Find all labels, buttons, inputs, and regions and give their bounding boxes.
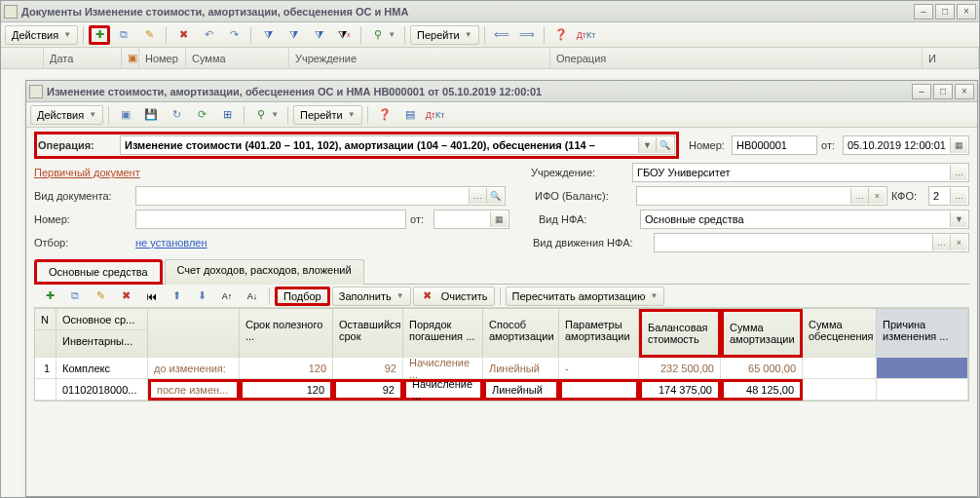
form-button[interactable]: ▤ bbox=[398, 105, 422, 125]
gh-method[interactable]: Способ амортизации bbox=[483, 309, 558, 352]
col-sum[interactable]: Сумма bbox=[186, 48, 289, 68]
selection-link[interactable]: не установлен bbox=[135, 237, 529, 249]
row-down-button[interactable]: ⬇ bbox=[190, 287, 213, 306]
col-org[interactable]: Учреждение bbox=[289, 48, 550, 68]
gh-n[interactable]: N bbox=[35, 309, 56, 330]
number-input[interactable]: НВ000001 bbox=[732, 135, 817, 155]
col-number[interactable]: Номер bbox=[139, 48, 186, 68]
nfa-type-input[interactable]: Основные средства ▼ bbox=[640, 210, 969, 229]
row-up-button[interactable]: ⬆ bbox=[165, 287, 188, 306]
row-copy-button[interactable]: ⧉ bbox=[63, 287, 87, 306]
help-button[interactable]: ❓ bbox=[373, 105, 396, 125]
ifo-input[interactable]: … × bbox=[636, 186, 887, 206]
sort-asc-button[interactable]: A↑ bbox=[215, 287, 239, 306]
calendar-icon[interactable]: ▦ bbox=[950, 137, 967, 153]
save-button[interactable]: 💾 bbox=[139, 105, 163, 125]
row-edit-button[interactable]: ✎ bbox=[89, 287, 112, 306]
row-add-button[interactable]: ✚ bbox=[38, 287, 61, 306]
col-last[interactable]: И bbox=[923, 48, 979, 68]
clear-icon[interactable]: × bbox=[950, 235, 967, 250]
kfo-input[interactable]: 2 … bbox=[928, 186, 969, 206]
dropdown-icon[interactable]: ▼ bbox=[950, 211, 967, 227]
add-button[interactable]: ✚ bbox=[89, 25, 110, 45]
filter3-button[interactable]: ⧩ bbox=[307, 25, 330, 45]
dropdown-icon[interactable]: ▼ bbox=[638, 137, 656, 153]
gh-payoff[interactable]: Порядок погашения ... bbox=[403, 309, 482, 352]
filter1-button[interactable]: ⧩ bbox=[256, 25, 280, 45]
actions-dropdown[interactable]: Действия▼ bbox=[30, 105, 103, 125]
recalc-dropdown[interactable]: Пересчитать амортизацию▼ bbox=[506, 287, 665, 306]
edit-button[interactable]: ✎ bbox=[137, 25, 161, 45]
refresh-right-button[interactable]: ↷ bbox=[222, 25, 245, 45]
date2-input[interactable]: ▦ bbox=[433, 210, 509, 229]
gh-impair[interactable]: Сумма обесценения bbox=[803, 309, 876, 352]
gh-amort[interactable]: Сумма амортизации bbox=[724, 312, 800, 355]
repost-button[interactable]: ⟳ bbox=[190, 105, 213, 125]
select-icon[interactable]: … bbox=[950, 188, 967, 204]
search-icon[interactable]: 🔍 bbox=[656, 137, 673, 153]
filter-clear-button[interactable]: ⧩x bbox=[332, 25, 356, 45]
fill-dropdown[interactable]: Заполнить▼ bbox=[332, 287, 411, 306]
struct-button[interactable]: ⊞ bbox=[215, 105, 239, 125]
post-button[interactable]: ▣ bbox=[114, 105, 137, 125]
minimize-button[interactable]: – bbox=[914, 4, 933, 19]
col-operation[interactable]: Операция bbox=[550, 48, 923, 68]
find-button[interactable]: ⚲▼ bbox=[366, 25, 399, 45]
find-button[interactable]: ⚲▼ bbox=[249, 105, 283, 125]
row-first-button[interactable]: ⏮ bbox=[139, 287, 163, 306]
org-label: Учреждение: bbox=[531, 167, 628, 178]
help-button[interactable]: ❓ bbox=[549, 25, 573, 45]
move-left[interactable]: ⟸ bbox=[490, 25, 513, 45]
doctype-input[interactable]: … 🔍 bbox=[135, 186, 506, 206]
row-del-button[interactable]: ✖ bbox=[114, 287, 137, 306]
number-label: Номер: bbox=[689, 139, 728, 151]
filter2-button[interactable]: ⧩ bbox=[282, 25, 305, 45]
sort-desc-button[interactable]: A↓ bbox=[241, 287, 264, 306]
close-button[interactable]: × bbox=[955, 84, 974, 99]
clear-icon[interactable]: × bbox=[868, 188, 886, 204]
dtkt-button[interactable]: ДтКт bbox=[575, 25, 598, 45]
table-row[interactable]: 1 Комплекс до изменения: 120 92 Начислен… bbox=[35, 358, 968, 379]
minimize-button[interactable]: – bbox=[912, 84, 931, 99]
goto-dropdown[interactable]: Перейти▼ bbox=[410, 25, 479, 45]
gh-useful[interactable]: Срок полезного ... bbox=[240, 309, 332, 352]
close-button[interactable]: × bbox=[957, 4, 976, 19]
gh-params[interactable]: Параметры амортизации bbox=[559, 309, 638, 352]
dtkt-button[interactable]: ДтКт bbox=[424, 105, 447, 125]
outer-toolbar: Действия▼ ✚ ⧉ ✎ ✖ ↶ ↷ ⧩ ⧩ ⧩ ⧩x ⚲▼ Перейт… bbox=[1, 22, 979, 48]
gh-asset[interactable]: Основное ср... bbox=[57, 309, 147, 330]
maximize-button[interactable]: □ bbox=[933, 84, 953, 99]
nfa-move-input[interactable]: … × bbox=[654, 233, 969, 252]
reread-button[interactable]: ↻ bbox=[165, 105, 188, 125]
col-flag[interactable]: ▣ bbox=[122, 48, 139, 68]
tab-accounts[interactable]: Счет доходов, расходов, вложений bbox=[165, 259, 364, 285]
delete-mark-button[interactable]: ✖ bbox=[171, 25, 195, 45]
primary-doc-link[interactable]: Первичный документ bbox=[34, 167, 527, 178]
actions-dropdown[interactable]: Действия▼ bbox=[5, 25, 78, 45]
org-input[interactable]: ГБОУ Университет … bbox=[632, 163, 969, 182]
refresh-left-button[interactable]: ↶ bbox=[197, 25, 220, 45]
goto-dropdown[interactable]: Перейти▼ bbox=[293, 105, 362, 125]
col-date[interactable]: Дата bbox=[44, 48, 122, 68]
gh-reason[interactable]: Причина изменения ... bbox=[877, 309, 967, 352]
search-icon[interactable]: 🔍 bbox=[486, 188, 504, 204]
select-icon[interactable]: … bbox=[950, 165, 967, 180]
gh-inv[interactable]: Инвентарны... bbox=[57, 330, 147, 352]
date-input[interactable]: 05.10.2019 12:00:01 ▦ bbox=[843, 135, 969, 155]
select-icon[interactable]: … bbox=[932, 235, 950, 250]
operation-select[interactable]: Изменение стоимости (401.20 – 101, 102),… bbox=[120, 135, 675, 155]
calendar-icon[interactable]: ▦ bbox=[490, 211, 508, 227]
gh-balance[interactable]: Балансовая стоимость bbox=[642, 312, 718, 355]
table-row[interactable]: 01102018000... после измен... 120 92 Нач… bbox=[35, 379, 968, 401]
assets-grid: N Основное ср... Инвентарны... Срок поле… bbox=[34, 308, 969, 402]
tab-main-assets[interactable]: Основные средства bbox=[34, 259, 163, 285]
copy-button[interactable]: ⧉ bbox=[112, 25, 135, 45]
select-icon[interactable]: … bbox=[850, 188, 868, 204]
move-right[interactable]: ⟹ bbox=[515, 25, 539, 45]
clear-button[interactable]: ✖Очистить bbox=[413, 287, 495, 306]
num-input[interactable] bbox=[135, 210, 406, 229]
pick-button[interactable]: Подбор bbox=[275, 287, 330, 306]
gh-remain[interactable]: Оставшийся срок bbox=[333, 309, 402, 352]
maximize-button[interactable]: □ bbox=[935, 4, 955, 19]
select-icon[interactable]: … bbox=[469, 188, 486, 204]
